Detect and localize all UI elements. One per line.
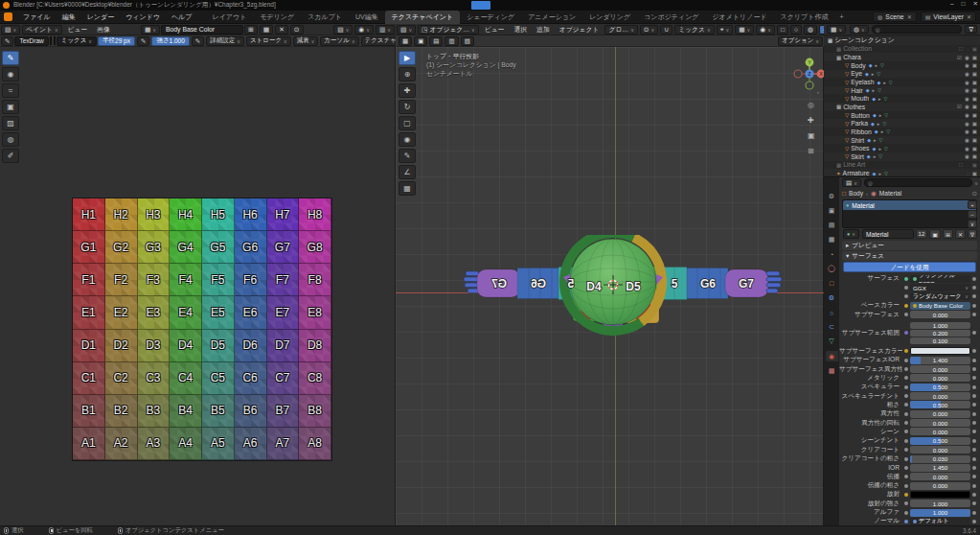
texture-grid-cell[interactable]: B8 [299,395,331,428]
texture-grid-cell[interactable]: B4 [170,395,202,428]
texture-grid-cell[interactable]: C1 [73,362,105,395]
add-cube-tool-icon[interactable]: ▦ [399,181,416,196]
texture-grid-cell[interactable]: D7 [267,330,300,362]
anisotropic-rotation-field[interactable]: 0.000 [910,419,970,427]
texture-grid-cell[interactable]: G2 [105,231,138,264]
image-editor-canvas[interactable]: ✎◉≈▣▨◍✐ H1H2H3H4H5H6H7H8G1G2G3G4G5G6G7G8… [0,47,396,525]
texture-color-grid[interactable]: H1H2H3H4H5H6H7H8G1G2G3G4G5G6G7G8F1F2F3F4… [72,198,332,461]
socket-dot-icon[interactable] [904,457,908,461]
texture-tab[interactable]: ▩ [826,365,838,376]
camera-icon[interactable]: ▣ [972,146,977,151]
eye-icon[interactable]: ◉ [965,62,969,68]
workspace-tab[interactable]: UV編集 [349,11,385,24]
specular-field[interactable]: 0.500 [910,384,970,391]
decorate-dot-icon[interactable] [972,448,976,452]
physics-tab[interactable]: ○ [826,308,838,318]
socket-dot-icon[interactable] [904,304,908,308]
texture-grid-cell[interactable]: H1 [73,198,105,231]
camera-icon[interactable]: ▣ [972,71,977,77]
workspace-tab[interactable]: ジオメトリノード [705,11,773,24]
material-slot-list[interactable]: ● Material + − ∨ [842,199,977,228]
outliner-row[interactable]: ▽Ribbon◆▸▽◉▣ [824,128,980,136]
surface-shader-field[interactable]: プリンシプルBSDF [910,275,970,283]
eye-icon[interactable]: ◉ [965,87,969,93]
socket-dot-icon[interactable] [904,403,908,407]
output-tab[interactable]: ▤ [826,220,838,230]
eye-icon[interactable]: ◉ [965,80,969,85]
texture-grid-cell[interactable]: C7 [267,362,300,395]
proportional-blend-dropdown[interactable]: ミックス∨ [674,25,715,35]
camera-icon[interactable]: ▣ [972,104,977,109]
properties-editor-icon[interactable]: ▤∨ [842,178,861,187]
pin-icon[interactable]: ⊙ [971,190,977,198]
decorate-dot-icon[interactable] [972,520,976,523]
texture-grid-cell[interactable]: D2 [105,330,138,362]
texture-grid-cell[interactable]: C3 [138,362,171,395]
socket-dot-icon[interactable] [904,439,908,443]
maximize-button[interactable]: □ [962,0,966,8]
camera-view-icon[interactable]: ▣ [808,131,815,140]
browse-material-button[interactable]: ●∨ [843,229,859,239]
camera-icon[interactable]: ▣ [972,162,977,168]
add-slot-button[interactable]: + [968,200,977,209]
alpha-field[interactable]: 1.000 [910,509,970,517]
character-model[interactable]: G7 G6 5 D4 D5 5 G6 G7 [460,235,786,340]
navigation-gizmo[interactable]: Y X Z [792,57,827,91]
toggle-xray-button[interactable]: □ [777,25,788,35]
socket-dot-icon[interactable] [904,294,908,298]
radius-pressure-toggle[interactable]: ✎ [137,36,149,46]
sheen-field[interactable]: 0.000 [910,428,970,435]
fake-user-button[interactable]: ▣ [929,229,941,239]
eye-icon[interactable]: ◉ [965,121,969,127]
outliner-row[interactable]: ▦Clothes☑◉▣ [824,103,980,111]
view-layer-selector[interactable]: ▤ViewLayer✕ [921,12,976,22]
decorate-dot-icon[interactable] [972,376,976,380]
eye-icon[interactable]: ◉ [965,153,969,159]
strength-pressure-toggle[interactable]: ✎ [192,36,204,46]
eye-icon[interactable]: ◉ [965,112,969,118]
eye-icon[interactable]: ◉ [965,137,969,143]
socket-dot-icon[interactable] [904,359,908,362]
decorate-dot-icon[interactable] [972,430,976,433]
pan-icon[interactable]: ✚ [808,116,815,125]
options-dropdown[interactable]: オプション∨ [778,36,823,46]
socket-dot-icon[interactable] [904,367,908,371]
subsurface-field[interactable]: 0.000 [910,311,970,318]
transform-orientation-dropdown[interactable]: グロ…∨ [604,25,637,35]
transform-tool-icon[interactable]: ◉ [399,132,416,147]
checkbox-icon[interactable]: ☑ [957,55,962,60]
texture-grid-cell[interactable]: F2 [105,264,138,296]
subsurface-method-field[interactable]: ランダムウォーク∨ [910,292,970,300]
menu-item[interactable]: ウィンドウ [120,12,166,22]
eye-icon[interactable]: ◉ [965,104,969,109]
texture-grid-cell[interactable]: G8 [299,231,331,264]
camera-icon[interactable]: ▣ [972,171,977,176]
soften-tool-icon[interactable]: ◉ [2,67,19,81]
decorate-dot-icon[interactable] [972,277,976,281]
outliner-row[interactable]: ▽Button◆▸▽◉▣ [824,111,980,120]
subsurface-ior-field[interactable]: 1.400 [910,357,970,364]
eye-icon[interactable]: ◉ [965,55,969,60]
material-name-field[interactable]: Material [862,229,914,239]
texture-grid-cell[interactable]: E8 [299,296,331,329]
tool-settings-dropdown[interactable]: 詳細設定∨ [206,36,244,46]
texture-grid-cell[interactable]: B5 [202,395,235,428]
remove-slot-button[interactable]: − [968,210,977,219]
move-tool-icon[interactable]: ✚ [399,83,416,98]
mask-tool-icon[interactable]: ◍ [2,132,19,147]
camera-icon[interactable]: ▣ [972,55,977,60]
preview-section-header[interactable]: ▸プレビュー [842,241,977,250]
texture-grid-cell[interactable]: A7 [267,428,300,460]
texture-grid-cell[interactable]: B3 [138,395,171,428]
socket-dot-icon[interactable] [904,376,908,380]
texture-grid-cell[interactable]: G3 [138,231,171,264]
outliner-row[interactable]: ✦Armature◆▸▽◌▣ [824,169,980,176]
texture-grid-cell[interactable]: E5 [202,296,235,329]
subsurface-radius-value-field[interactable]: 1.000 [910,322,970,329]
solid-shading-icon[interactable]: ◍ [804,25,817,35]
socket-dot-icon[interactable] [904,520,908,523]
object-visibility-dropdown[interactable]: ⌖∨ [717,25,734,35]
texture-grid-cell[interactable]: A5 [202,428,235,460]
menu-item[interactable]: ヘルプ [166,12,198,22]
workspace-tab[interactable]: レンダリング [582,11,637,24]
